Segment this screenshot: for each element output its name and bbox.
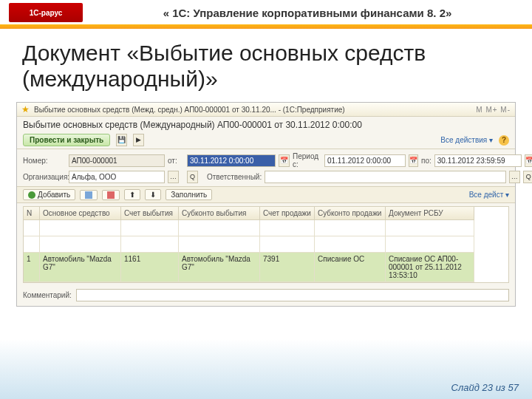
label-comment: Комментарий: (23, 291, 72, 299)
comment-field[interactable] (76, 289, 509, 301)
comment-row: Комментарий: (17, 286, 515, 306)
fill-button[interactable]: Заполнить (166, 189, 212, 200)
org-field[interactable] (69, 171, 165, 183)
org-select-icon[interactable]: … (168, 171, 179, 183)
col-n[interactable]: N (24, 207, 40, 220)
label-number: Номер: (23, 157, 66, 165)
label-resp: Ответственный: (207, 173, 262, 181)
calendar-icon[interactable]: 📅 (279, 154, 290, 167)
move-down-button[interactable]: ⬇ (145, 189, 161, 200)
period-to-field[interactable] (434, 154, 522, 167)
resp-select-icon[interactable]: … (509, 171, 520, 183)
app-window: ★ Выбытие основных средств (Межд. средн.… (16, 102, 516, 307)
col-acct-sale[interactable]: Счет продажи (260, 207, 315, 220)
org-open-icon[interactable]: Q (187, 171, 198, 183)
delete-button[interactable] (102, 190, 120, 200)
page-title: Документ «Выбытие основных средств (межд… (0, 29, 532, 98)
action-bar: Провести и закрыть 💾 ▶ Все действия ▾ ? (17, 132, 515, 149)
col-subk-sale[interactable]: Субконто продажи (315, 207, 386, 220)
label-from: от: (168, 157, 184, 165)
cell-acct-sale: 7391 (260, 253, 315, 282)
cell-asset: Автомобиль "Mazda G7" (40, 253, 121, 282)
resp-field[interactable] (265, 171, 506, 183)
all-actions-menu[interactable]: Все действия ▾ (440, 136, 493, 144)
label-to: по: (421, 157, 432, 165)
table-row[interactable] (24, 236, 508, 253)
product-title: « 1С: Управление корпоративными финансам… (92, 7, 523, 19)
calendar-icon-from[interactable]: 📅 (409, 154, 418, 167)
cell-doc: Списание ОС АП00-000001 от 25.11.2012 13… (386, 253, 474, 282)
star-icon[interactable]: ★ (21, 104, 30, 115)
logo-badge: 1С-рарус (9, 3, 83, 22)
table-all-actions[interactable]: Все дейст ▾ (469, 191, 509, 199)
window-tabbar: ★ Выбытие основных средств (Межд. средн.… (17, 103, 515, 117)
table-toolbar: Добавить ⬆ ⬇ Заполнить Все дейст ▾ (17, 186, 515, 203)
slide-counter: Слайд 23 из 57 (451, 382, 519, 393)
add-button[interactable]: Добавить (23, 189, 75, 200)
post-icon[interactable]: ▶ (133, 134, 144, 146)
memory-buttons[interactable]: М М+ М- (476, 106, 511, 114)
cell-subk-sale: Списание ОС (315, 253, 386, 282)
label-org: Организация: (23, 173, 66, 181)
table-row[interactable] (24, 220, 508, 236)
date-field[interactable] (187, 154, 276, 167)
table-row[interactable]: 1 Автомобиль "Mazda G7" 1161 Автомобиль … (24, 253, 508, 282)
resp-open-icon[interactable]: Q (523, 171, 532, 183)
save-icon[interactable]: 💾 (116, 134, 127, 146)
table-header-row: N Основное средство Счет выбытия Субконт… (24, 207, 508, 220)
plus-icon (28, 191, 35, 199)
col-acct-disp[interactable]: Счет выбытия (121, 207, 179, 220)
window-tab-title[interactable]: Выбытие основных средств (Межд. средн.) … (34, 106, 345, 114)
cell-acct-disp: 1161 (121, 253, 179, 282)
col-asset[interactable]: Основное средство (40, 207, 121, 220)
delete-icon (107, 191, 115, 199)
period-from-field[interactable] (324, 154, 406, 167)
calendar-icon-to[interactable]: 📅 (525, 154, 532, 167)
cell-subk-disp: Автомобиль "Mazda G7" (179, 253, 260, 282)
col-doc[interactable]: Документ РСБУ (386, 207, 474, 220)
help-icon[interactable]: ? (499, 135, 509, 146)
post-and-close-button[interactable]: Провести и закрыть (23, 134, 110, 146)
assets-table: N Основное средство Счет выбытия Субконт… (23, 206, 509, 283)
number-field[interactable] (69, 154, 165, 167)
form-title: Выбытие основных средств (Международный)… (17, 117, 515, 132)
copy-button[interactable] (80, 190, 98, 200)
cell-n: 1 (24, 253, 40, 282)
header-fields: Номер: от: 📅 Период с: 📅 по: 📅 Организац… (17, 149, 515, 186)
move-up-button[interactable]: ⬆ (124, 189, 140, 200)
col-subk-disp[interactable]: Субконто выбытия (179, 207, 260, 220)
label-period: Период с: (293, 152, 321, 168)
slide-header: 1С-рарус « 1С: Управление корпоративными… (0, 0, 532, 22)
copy-icon (85, 191, 92, 199)
